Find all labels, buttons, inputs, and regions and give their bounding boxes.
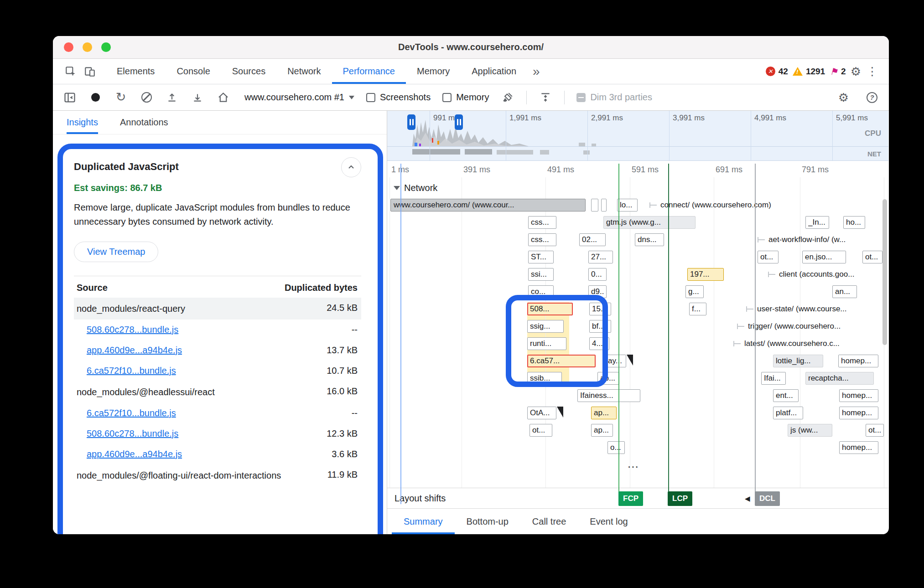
tab-performance[interactable]: Performance: [332, 59, 406, 84]
network-request-bar[interactable]: ST...: [528, 251, 554, 263]
network-request-bar[interactable]: ap...: [591, 424, 613, 437]
network-request-bar[interactable]: ot...: [862, 251, 882, 263]
network-request-label[interactable]: trigger/ (www.coursehero...: [737, 320, 841, 333]
network-request-bar[interactable]: recaptcha...: [805, 372, 874, 385]
vertical-scrollbar[interactable]: [882, 199, 887, 345]
network-request-bar[interactable]: o...: [607, 441, 625, 454]
network-request-bar[interactable]: co...: [528, 285, 554, 298]
network-request-bar[interactable]: _In...: [805, 216, 829, 229]
detail-tab-event-log[interactable]: Event log: [578, 509, 639, 534]
close-window-button[interactable]: [64, 42, 73, 52]
customize-menu-icon[interactable]: ⋮: [866, 66, 881, 77]
more-panels-icon[interactable]: »: [527, 65, 545, 78]
network-request-bar[interactable]: ssi...: [528, 268, 554, 281]
network-request-bar[interactable]: css...: [528, 216, 556, 229]
network-request-bar[interactable]: ap...: [591, 407, 617, 419]
lcp-marker-badge[interactable]: LCP: [668, 491, 692, 506]
screenshots-checkbox[interactable]: Screenshots: [366, 92, 431, 103]
issues-count-badge[interactable]: ⚑ 2: [830, 67, 846, 77]
network-request-label[interactable]: aet-workflow-info/ (w...: [758, 233, 846, 246]
clear-recording-icon[interactable]: [140, 91, 153, 104]
collapse-insight-button[interactable]: [341, 157, 361, 177]
selection-handle-right[interactable]: [455, 114, 463, 130]
network-request-bar[interactable]: g...: [685, 285, 704, 298]
capture-settings-gear-icon[interactable]: ⚙: [834, 92, 853, 103]
network-request-label[interactable]: latest/ (www.coursehero.c...: [733, 337, 840, 350]
tab-elements[interactable]: Elements: [106, 59, 166, 84]
detail-tab-bottom-up[interactable]: Bottom-up: [455, 509, 520, 534]
network-request-bar[interactable]: d9...: [588, 285, 607, 298]
network-request-bar[interactable]: gtm.js (www.g...: [603, 216, 696, 229]
timeline-overview[interactable]: CPU NET 991 ms1,991 ms2,991 ms3,991 ms4,…: [387, 111, 888, 161]
source-file-link[interactable]: 508.60c278...bundle.js: [77, 325, 178, 335]
network-request-bar[interactable]: f...: [689, 303, 706, 315]
network-request-bar[interactable]: 4...: [589, 337, 609, 350]
warning-count-badge[interactable]: 1291: [793, 67, 825, 77]
layout-shifts-track[interactable]: Layout shifts FCP LCP ◀ DCL: [387, 488, 888, 509]
record-and-reload-icon[interactable]: ↻: [114, 91, 128, 104]
source-file-link[interactable]: 6.ca572f10...bundle.js: [77, 408, 176, 418]
network-request-bar[interactable]: an...: [832, 285, 857, 298]
window-titlebar[interactable]: DevTools - www.coursehero.com/: [53, 36, 889, 59]
network-request-bar[interactable]: platf...: [773, 407, 803, 419]
inspect-element-icon[interactable]: [61, 62, 80, 81]
network-request-bar[interactable]: bf...: [589, 320, 611, 333]
network-request-bar[interactable]: 197...: [687, 268, 724, 281]
detail-tab-summary[interactable]: Summary: [392, 509, 455, 534]
dcl-marker-badge[interactable]: DCL: [755, 491, 780, 506]
save-profile-icon[interactable]: [191, 91, 204, 104]
network-request-bar[interactable]: 02...: [579, 233, 606, 246]
network-request-bar[interactable]: ay...: [605, 355, 626, 367]
network-request-bar[interactable]: Ifai...: [761, 372, 786, 385]
network-request-bar[interactable]: 6.ca57...: [527, 355, 596, 367]
help-icon[interactable]: ?: [865, 91, 879, 104]
network-request-bar[interactable]: ssig...: [527, 320, 564, 333]
history-select[interactable]: www.coursehero.com #1: [244, 92, 354, 103]
memory-checkbox[interactable]: Memory: [442, 92, 489, 103]
network-request-bar[interactable]: ot...: [529, 424, 552, 437]
network-request-bar[interactable]: lottie_lig...: [773, 355, 823, 367]
network-overflow-dots[interactable]: ...: [628, 459, 639, 471]
network-request-bar[interactable]: [591, 199, 598, 211]
source-file-link[interactable]: 508.60c278...bundle.js: [77, 428, 178, 439]
network-request-bar[interactable]: ho...: [843, 216, 865, 229]
source-file-link[interactable]: 6.ca572f10...bundle.js: [77, 366, 176, 376]
network-request-bar[interactable]: homep...: [838, 355, 878, 367]
record-icon[interactable]: [88, 91, 102, 104]
network-section-header[interactable]: Network: [387, 179, 888, 196]
network-request-bar[interactable]: homep...: [839, 389, 878, 402]
toggle-sidebar-icon[interactable]: [63, 91, 77, 104]
network-request-bar[interactable]: 508...: [527, 303, 573, 315]
network-request-bar[interactable]: en.jso...: [802, 251, 846, 263]
tab-insights[interactable]: Insights: [67, 111, 98, 134]
network-request-bar[interactable]: ot...: [758, 251, 779, 263]
network-request-bar[interactable]: ent...: [773, 389, 799, 402]
view-treemap-button[interactable]: View Treemap: [74, 242, 158, 262]
tab-network[interactable]: Network: [276, 59, 332, 84]
dim-3rd-parties-toggle[interactable]: Dim 3rd parties: [576, 92, 652, 103]
load-profile-icon[interactable]: [165, 91, 179, 104]
tab-sources[interactable]: Sources: [221, 59, 276, 84]
network-request-bar[interactable]: Ifainess...: [577, 389, 640, 402]
zoom-window-button[interactable]: [101, 42, 111, 52]
home-icon[interactable]: [216, 91, 230, 104]
network-request-bar[interactable]: OtA...: [527, 407, 556, 419]
network-request-bar[interactable]: ssib...: [527, 372, 562, 385]
network-request-bar[interactable]: js (ww...: [788, 424, 832, 437]
network-request-label[interactable]: client (accounts.goo...: [768, 268, 854, 281]
network-request-label[interactable]: user-state/ (www.course...: [746, 303, 847, 315]
network-request-bar[interactable]: dns...: [635, 233, 664, 246]
fcp-marker-badge[interactable]: FCP: [618, 491, 643, 506]
network-request-bar[interactable]: 15...: [589, 303, 611, 315]
network-request-bar[interactable]: www.coursehero.com/ (www.cour...: [390, 199, 586, 211]
network-request-bar[interactable]: homep...: [839, 407, 878, 419]
network-request-bar[interactable]: 27...: [588, 251, 613, 263]
settings-gear-icon[interactable]: ⚙: [846, 66, 866, 77]
network-request-bar[interactable]: runti...: [527, 337, 566, 350]
source-file-link[interactable]: app.460d9e...a94b4e.js: [77, 449, 182, 459]
minimize-window-button[interactable]: [83, 42, 92, 52]
tab-memory[interactable]: Memory: [406, 59, 461, 84]
tab-application[interactable]: Application: [461, 59, 527, 84]
network-request-bar[interactable]: 0...: [588, 268, 607, 281]
detail-tab-call-tree[interactable]: Call tree: [520, 509, 578, 534]
